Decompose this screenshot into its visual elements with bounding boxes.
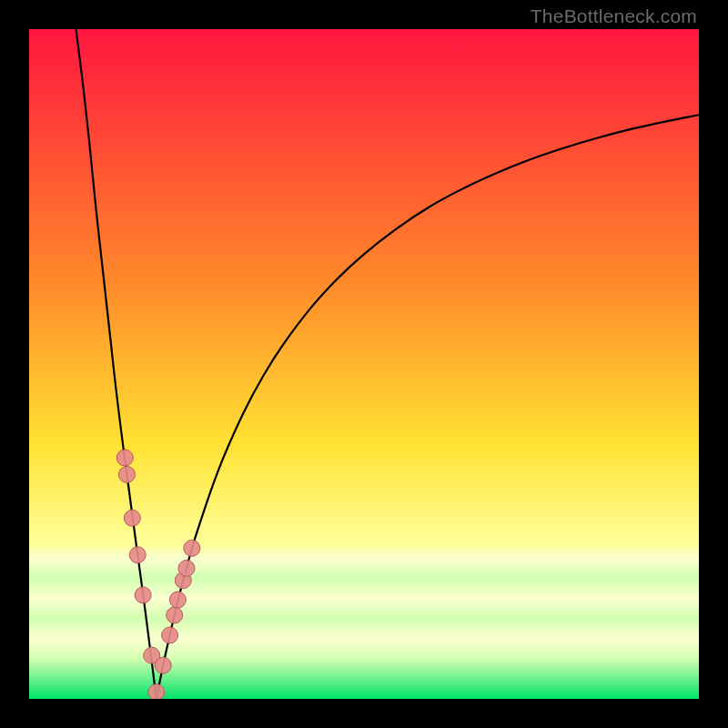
data-point-marker: [167, 607, 183, 623]
gradient-background: [29, 29, 699, 699]
data-point-marker: [155, 657, 171, 673]
data-point-marker: [169, 592, 186, 608]
data-point-marker: [129, 547, 146, 563]
data-point-marker: [148, 684, 165, 699]
data-point-marker: [178, 560, 195, 576]
frame-border-bottom: [0, 699, 728, 728]
data-point-marker: [118, 466, 135, 482]
plot-area: [29, 29, 699, 699]
data-point-marker: [184, 540, 200, 556]
bottleneck-chart: [29, 29, 699, 699]
frame-border-left: [0, 0, 29, 728]
data-point-marker: [135, 587, 151, 603]
data-point-marker: [124, 510, 140, 526]
frame-border-right: [699, 0, 728, 728]
data-point-marker: [162, 627, 178, 643]
watermark-text: TheBottleneck.com: [531, 5, 697, 27]
data-point-marker: [116, 450, 133, 466]
